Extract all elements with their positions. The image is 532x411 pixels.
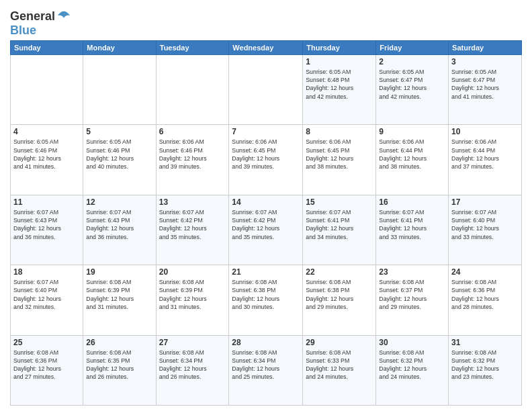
day-number: 22	[306, 267, 373, 277]
week-row-2: 4Sunrise: 6:05 AMSunset: 6:46 PMDaylight…	[11, 125, 522, 195]
day-info: Sunrise: 6:08 AMSunset: 6:38 PMDaylight:…	[232, 278, 300, 311]
day-info: Sunrise: 6:05 AMSunset: 6:46 PMDaylight:…	[13, 138, 80, 171]
calendar-cell: 28Sunrise: 6:08 AMSunset: 6:34 PMDayligh…	[229, 335, 303, 405]
day-info: Sunrise: 6:08 AMSunset: 6:34 PMDaylight:…	[159, 349, 226, 381]
day-number: 27	[159, 338, 226, 347]
day-number: 5	[86, 127, 152, 136]
calendar-cell: 6Sunrise: 6:06 AMSunset: 6:46 PMDaylight…	[156, 125, 229, 195]
calendar-cell	[11, 54, 83, 124]
calendar-cell: 30Sunrise: 6:08 AMSunset: 6:32 PMDayligh…	[376, 335, 449, 405]
calendar-cell: 26Sunrise: 6:08 AMSunset: 6:35 PMDayligh…	[83, 335, 156, 405]
day-number: 16	[379, 197, 445, 207]
day-number: 10	[451, 127, 519, 136]
calendar-cell: 16Sunrise: 6:07 AMSunset: 6:41 PMDayligh…	[376, 195, 449, 265]
calendar-cell	[229, 54, 303, 124]
calendar-cell: 25Sunrise: 6:08 AMSunset: 6:36 PMDayligh…	[11, 335, 83, 405]
day-number: 18	[13, 267, 80, 277]
day-info: Sunrise: 6:07 AMSunset: 6:43 PMDaylight:…	[86, 208, 152, 241]
day-number: 7	[232, 127, 300, 136]
day-number: 28	[232, 338, 300, 347]
calendar-cell: 17Sunrise: 6:07 AMSunset: 6:40 PMDayligh…	[449, 195, 522, 265]
logo-bird-icon	[56, 9, 71, 24]
calendar-cell	[156, 54, 229, 124]
weekday-header-friday: Friday	[376, 40, 449, 54]
day-info: Sunrise: 6:07 AMSunset: 6:40 PMDaylight:…	[451, 208, 519, 241]
day-info: Sunrise: 6:08 AMSunset: 6:36 PMDaylight:…	[451, 278, 519, 311]
day-number: 19	[86, 267, 152, 277]
calendar-cell: 3Sunrise: 6:05 AMSunset: 6:47 PMDaylight…	[449, 54, 522, 124]
day-info: Sunrise: 6:08 AMSunset: 6:35 PMDaylight:…	[86, 349, 152, 381]
day-info: Sunrise: 6:08 AMSunset: 6:38 PMDaylight:…	[306, 278, 373, 311]
day-info: Sunrise: 6:08 AMSunset: 6:39 PMDaylight:…	[159, 278, 226, 311]
calendar-cell: 23Sunrise: 6:08 AMSunset: 6:37 PMDayligh…	[376, 265, 449, 335]
day-number: 12	[86, 197, 152, 207]
day-info: Sunrise: 6:07 AMSunset: 6:42 PMDaylight:…	[232, 208, 300, 241]
day-number: 13	[159, 197, 226, 207]
week-row-4: 18Sunrise: 6:07 AMSunset: 6:40 PMDayligh…	[11, 265, 522, 335]
calendar-cell: 22Sunrise: 6:08 AMSunset: 6:38 PMDayligh…	[303, 265, 376, 335]
calendar-cell: 14Sunrise: 6:07 AMSunset: 6:42 PMDayligh…	[229, 195, 303, 265]
day-info: Sunrise: 6:05 AMSunset: 6:47 PMDaylight:…	[451, 68, 519, 101]
week-row-1: 1Sunrise: 6:05 AMSunset: 6:48 PMDaylight…	[11, 54, 522, 124]
logo-text-blue: Blue	[10, 24, 71, 38]
calendar-cell: 5Sunrise: 6:05 AMSunset: 6:46 PMDaylight…	[83, 125, 156, 195]
calendar-cell: 21Sunrise: 6:08 AMSunset: 6:38 PMDayligh…	[229, 265, 303, 335]
day-info: Sunrise: 6:06 AMSunset: 6:44 PMDaylight:…	[379, 138, 445, 171]
day-number: 30	[379, 338, 445, 347]
day-info: Sunrise: 6:08 AMSunset: 6:36 PMDaylight:…	[13, 349, 80, 381]
day-info: Sunrise: 6:05 AMSunset: 6:47 PMDaylight:…	[379, 68, 445, 101]
calendar-cell: 10Sunrise: 6:06 AMSunset: 6:44 PMDayligh…	[449, 125, 522, 195]
day-info: Sunrise: 6:07 AMSunset: 6:41 PMDaylight:…	[379, 208, 445, 241]
day-number: 9	[379, 127, 445, 136]
logo-text-general: General	[10, 10, 55, 24]
weekday-header-sunday: Sunday	[11, 40, 83, 54]
calendar-cell: 12Sunrise: 6:07 AMSunset: 6:43 PMDayligh…	[83, 195, 156, 265]
day-number: 2	[379, 57, 445, 66]
calendar-cell: 15Sunrise: 6:07 AMSunset: 6:41 PMDayligh…	[303, 195, 376, 265]
day-number: 21	[232, 267, 300, 277]
day-number: 25	[13, 338, 80, 347]
day-info: Sunrise: 6:06 AMSunset: 6:46 PMDaylight:…	[159, 138, 226, 171]
calendar-cell	[83, 54, 156, 124]
day-info: Sunrise: 6:07 AMSunset: 6:40 PMDaylight:…	[13, 278, 80, 311]
day-info: Sunrise: 6:08 AMSunset: 6:34 PMDaylight:…	[232, 349, 300, 381]
week-row-5: 25Sunrise: 6:08 AMSunset: 6:36 PMDayligh…	[11, 335, 522, 405]
day-number: 20	[159, 267, 226, 277]
calendar-cell: 29Sunrise: 6:08 AMSunset: 6:33 PMDayligh…	[303, 335, 376, 405]
calendar-cell: 4Sunrise: 6:05 AMSunset: 6:46 PMDaylight…	[11, 125, 83, 195]
day-number: 24	[451, 267, 519, 277]
day-info: Sunrise: 6:05 AMSunset: 6:46 PMDaylight:…	[86, 138, 152, 171]
weekday-header-row: SundayMondayTuesdayWednesdayThursdayFrid…	[11, 40, 522, 54]
day-info: Sunrise: 6:06 AMSunset: 6:45 PMDaylight:…	[232, 138, 300, 171]
header: General Blue	[10, 7, 522, 38]
day-info: Sunrise: 6:08 AMSunset: 6:33 PMDaylight:…	[306, 349, 373, 381]
day-info: Sunrise: 6:06 AMSunset: 6:45 PMDaylight:…	[306, 138, 373, 171]
weekday-header-wednesday: Wednesday	[229, 40, 303, 54]
calendar-cell: 8Sunrise: 6:06 AMSunset: 6:45 PMDaylight…	[303, 125, 376, 195]
calendar-cell: 31Sunrise: 6:08 AMSunset: 6:32 PMDayligh…	[449, 335, 522, 405]
calendar-cell: 9Sunrise: 6:06 AMSunset: 6:44 PMDaylight…	[376, 125, 449, 195]
weekday-header-tuesday: Tuesday	[156, 40, 229, 54]
day-info: Sunrise: 6:07 AMSunset: 6:42 PMDaylight:…	[159, 208, 226, 241]
day-number: 11	[13, 197, 80, 207]
day-number: 1	[306, 57, 373, 66]
day-info: Sunrise: 6:08 AMSunset: 6:39 PMDaylight:…	[86, 278, 152, 311]
calendar-cell: 7Sunrise: 6:06 AMSunset: 6:45 PMDaylight…	[229, 125, 303, 195]
day-number: 31	[451, 338, 519, 347]
day-number: 15	[306, 197, 373, 207]
page: General Blue SundayMondayTuesdayWednesda…	[0, 0, 532, 411]
calendar-cell: 19Sunrise: 6:08 AMSunset: 6:39 PMDayligh…	[83, 265, 156, 335]
day-number: 17	[451, 197, 519, 207]
day-number: 4	[13, 127, 80, 136]
week-row-3: 11Sunrise: 6:07 AMSunset: 6:43 PMDayligh…	[11, 195, 522, 265]
weekday-header-saturday: Saturday	[449, 40, 522, 54]
calendar-cell: 11Sunrise: 6:07 AMSunset: 6:43 PMDayligh…	[11, 195, 83, 265]
day-info: Sunrise: 6:06 AMSunset: 6:44 PMDaylight:…	[451, 138, 519, 171]
calendar-table: SundayMondayTuesdayWednesdayThursdayFrid…	[10, 40, 522, 406]
day-number: 23	[379, 267, 445, 277]
weekday-header-thursday: Thursday	[303, 40, 376, 54]
day-info: Sunrise: 6:05 AMSunset: 6:48 PMDaylight:…	[306, 68, 373, 101]
calendar-cell: 27Sunrise: 6:08 AMSunset: 6:34 PMDayligh…	[156, 335, 229, 405]
day-info: Sunrise: 6:07 AMSunset: 6:41 PMDaylight:…	[306, 208, 373, 241]
calendar-cell: 2Sunrise: 6:05 AMSunset: 6:47 PMDaylight…	[376, 54, 449, 124]
